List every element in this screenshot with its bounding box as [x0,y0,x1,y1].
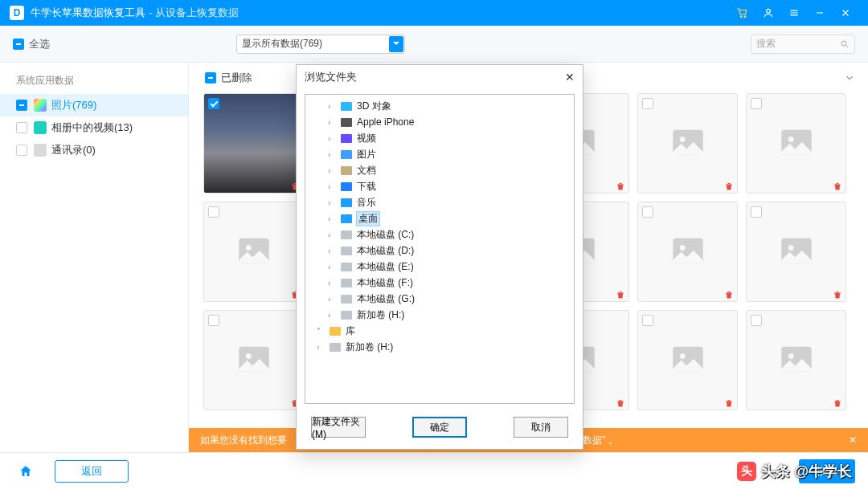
tree-item[interactable]: › 文档 [305,162,574,178]
expander-icon[interactable]: › [328,166,336,175]
tree-item[interactable]: ˅ 库 [305,323,574,339]
sidebar-item[interactable]: 照片(769) [0,94,188,116]
sidebar: 系统应用数据 照片(769) 相册中的视频(13) 通讯录(0) [0,63,189,452]
thumbnail[interactable] [637,310,738,410]
expander-icon[interactable]: › [328,134,336,143]
tip-text-suffix: 数据" 。 [583,434,618,447]
thumb-checkbox[interactable] [751,315,762,326]
home-button[interactable] [13,458,39,484]
expander-icon[interactable]: › [328,295,336,304]
thumb-checkbox[interactable] [642,206,653,218]
select-all-checkbox[interactable]: 全选 [13,37,50,51]
tree-item[interactable]: › 本地磁盘 (C:) [305,226,574,242]
tree-item[interactable]: › 音乐 [305,194,574,210]
thumbnail[interactable] [203,310,304,410]
folder-icon [340,261,353,272]
thumb-checkbox[interactable] [208,315,219,326]
tree-item[interactable]: › 3D 对象 [305,98,574,114]
expander-icon[interactable]: › [328,230,336,239]
thumbnail[interactable] [203,202,304,302]
svg-point-1 [744,16,746,18]
back-button[interactable]: 返回 [55,460,129,483]
filter-toolbar: 全选 显示所有数据(769) 搜索 [0,26,868,63]
tree-item[interactable]: › 本地磁盘 (D:) [305,242,574,259]
tree-item[interactable]: › 图片 [305,146,574,162]
category-icon [34,121,47,134]
thumb-checkbox[interactable] [642,315,653,326]
trash-icon [616,180,625,189]
expander-icon[interactable]: › [328,279,336,287]
trash-icon [724,288,734,298]
search-input[interactable]: 搜索 [751,35,855,54]
tree-item-label: 本地磁盘 (D:) [357,244,414,258]
sidebar-item[interactable]: 相册中的视频(13) [0,116,188,139]
expander-icon[interactable]: › [328,311,336,320]
close-button[interactable] [833,0,858,26]
image-placeholder-icon [671,128,705,159]
tree-item[interactable]: › 新加卷 (H:) [305,339,574,355]
svg-point-27 [245,353,251,359]
expander-icon[interactable]: › [328,102,336,111]
tree-item-label: 新加卷 (H:) [346,340,393,354]
menu-icon[interactable] [781,0,807,26]
folder-tree[interactable]: › 3D 对象› Apple iPhone› 视频› 图片› 文档› 下载› 音… [305,94,575,404]
tree-item[interactable]: › Apple iPhone [305,114,574,130]
sidebar-item-label: 通讯录(0) [51,143,96,157]
search-icon [840,39,850,49]
expander-icon[interactable]: › [328,263,336,271]
expander-icon[interactable]: › [328,214,336,223]
tree-item[interactable]: › 下载 [305,178,574,194]
image-placeholder-icon [671,237,705,267]
cancel-button[interactable]: 取消 [514,417,568,438]
category-icon [34,144,47,157]
thumb-checkbox[interactable] [751,98,762,109]
expander-icon[interactable]: › [317,343,325,352]
trash-icon [833,180,842,189]
tree-item[interactable]: › 本地磁盘 (G:) [305,291,574,307]
image-placeholder-icon [237,345,271,376]
chevron-down-icon[interactable] [844,72,855,84]
trash-icon [833,397,842,406]
expander-icon[interactable]: › [328,118,336,127]
trash-icon [616,397,625,406]
chevron-down-icon [389,36,403,52]
minimize-button[interactable] [807,0,833,26]
tree-item[interactable]: › 本地磁盘 (E:) [305,259,574,275]
thumbnail[interactable] [746,202,846,302]
ok-button[interactable]: 确定 [412,417,467,438]
thumb-checkbox[interactable] [208,98,219,109]
svg-point-11 [679,137,685,142]
image-placeholder-icon [780,237,813,267]
tree-item[interactable]: › 新加卷 (H:) [305,307,574,323]
sidebar-item[interactable]: 通讯录(0) [0,139,188,161]
checkbox-icon [16,145,27,156]
thumbnail[interactable] [637,202,738,302]
expander-icon[interactable]: › [328,198,336,207]
folder-icon [340,293,353,304]
folder-icon [340,245,353,256]
expander-icon[interactable]: › [328,150,336,159]
thumbnail[interactable] [746,93,846,194]
filter-dropdown[interactable]: 显示所有数据(769) [236,35,405,54]
thumbnail[interactable] [203,93,304,194]
expander-icon[interactable]: › [328,247,336,255]
folder-icon [329,341,342,352]
cart-icon[interactable] [730,0,755,26]
expander-icon[interactable]: › [328,182,336,191]
thumb-checkbox[interactable] [208,206,219,218]
thumbnail[interactable] [746,310,846,410]
svg-point-37 [788,353,793,359]
tree-item[interactable]: › 桌面 [305,210,574,226]
thumb-checkbox[interactable] [642,98,653,109]
folder-icon [340,197,353,208]
banner-close-icon[interactable]: ✕ [849,434,857,446]
thumbnail[interactable] [637,93,738,194]
dialog-close-button[interactable]: ✕ [565,71,575,84]
new-folder-button[interactable]: 新建文件夹(M) [311,417,366,438]
user-icon[interactable] [755,0,781,26]
tree-item[interactable]: › 视频 [305,130,574,146]
expander-icon[interactable]: ˅ [317,327,325,336]
tree-item-label: 本地磁盘 (F:) [357,276,413,290]
tree-item[interactable]: › 本地磁盘 (F:) [305,275,574,291]
thumb-checkbox[interactable] [751,206,762,218]
